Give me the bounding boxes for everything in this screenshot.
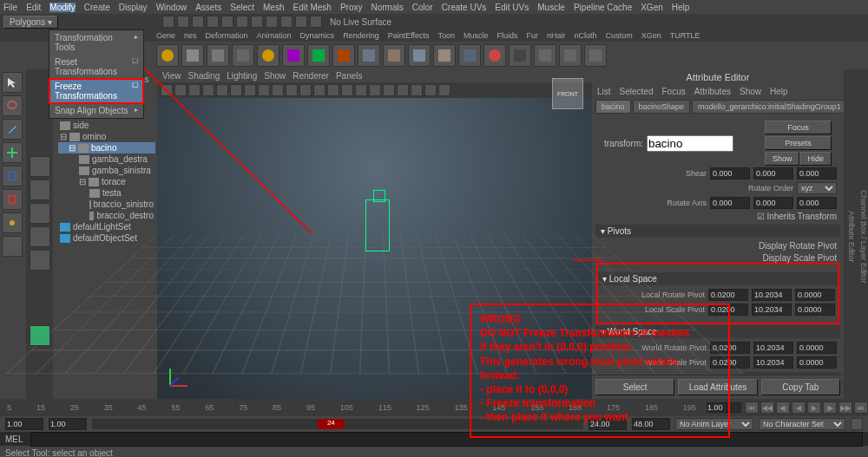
shelf-icon[interactable]: [332, 44, 355, 67]
shelf-tab[interactable]: Muscle: [464, 31, 489, 40]
menu-editmesh[interactable]: Edit Mesh: [293, 3, 331, 12]
menu-xgen[interactable]: XGen: [641, 3, 663, 12]
world-scale-y-field[interactable]: [753, 356, 793, 369]
vp-icon[interactable]: [244, 84, 256, 96]
paint-tool-icon[interactable]: [2, 119, 23, 140]
vp-icon[interactable]: [397, 84, 409, 96]
shelf-icon[interactable]: [207, 44, 229, 67]
shear-y-field[interactable]: [753, 167, 793, 180]
local-scale-z-field[interactable]: [795, 304, 835, 316]
shelf-icon[interactable]: [584, 44, 607, 67]
next-key-icon[interactable]: |▶: [823, 402, 837, 414]
menu-help[interactable]: Help: [672, 3, 690, 12]
ae-menu-attributes[interactable]: Attributes: [694, 87, 731, 96]
rewind-start-icon[interactable]: ⏮: [745, 402, 759, 414]
main-menubar[interactable]: File Edit Modify Create Display Window A…: [0, 0, 868, 14]
range-knob[interactable]: 24: [318, 419, 344, 429]
shelf-icon[interactable]: [307, 44, 330, 67]
mode-dropdown[interactable]: Polygons ▾: [3, 16, 58, 29]
range-end-field[interactable]: [49, 418, 87, 430]
status-icon[interactable]: [162, 16, 174, 28]
shelf-icon[interactable]: [433, 44, 456, 67]
ae-menu-show[interactable]: Show: [740, 87, 761, 96]
shear-z-field[interactable]: [797, 167, 837, 180]
local-rot-x-field[interactable]: [708, 289, 748, 301]
step-forward-icon[interactable]: ▶▶: [838, 402, 852, 414]
status-icon[interactable]: [280, 16, 293, 28]
shelf-icon[interactable]: [282, 44, 305, 67]
local-rot-z-field[interactable]: [795, 289, 835, 301]
menu-pipeline[interactable]: Pipeline Cache: [574, 3, 632, 12]
tree-item-bacino[interactable]: ⊟bacino: [58, 142, 155, 153]
vp-menu-panels[interactable]: Panels: [336, 71, 363, 81]
tree-item-omino[interactable]: ⊟omino: [58, 131, 155, 142]
vp-menu-lighting[interactable]: Lighting: [227, 71, 257, 81]
world-rot-z-field[interactable]: [797, 342, 837, 354]
mesh-character[interactable]: [365, 199, 390, 251]
autokey-icon[interactable]: [851, 418, 863, 430]
vp-menu-view[interactable]: View: [162, 71, 181, 81]
vp-icon[interactable]: [258, 84, 270, 96]
ae-menu-selected[interactable]: Selected: [620, 87, 654, 96]
inherits-transform-checkbox[interactable]: Inherits Transform: [757, 212, 837, 221]
tree-item-default-object-set[interactable]: defaultObjectSet: [58, 232, 155, 244]
shelf-tab[interactable]: nCloth: [575, 31, 597, 40]
shelf-tab[interactable]: Fluids: [497, 31, 518, 40]
shelf-icon[interactable]: [156, 44, 179, 67]
rotate-tool-icon[interactable]: [2, 166, 23, 186]
vp-icon[interactable]: [299, 84, 312, 96]
hide-button[interactable]: Hide: [799, 152, 832, 166]
menu-assets[interactable]: Assets: [195, 3, 221, 12]
shelf-tab[interactable]: Rendering: [343, 31, 379, 40]
display-rotate-pivot-checkbox[interactable]: Display Rotate Pivot: [759, 241, 837, 251]
vp-icon[interactable]: [327, 84, 339, 96]
vp-icon[interactable]: [161, 84, 173, 96]
status-icon[interactable]: [310, 16, 322, 28]
status-icon[interactable]: [192, 16, 204, 28]
lasso-tool-icon[interactable]: [2, 95, 23, 116]
vp-icon[interactable]: [313, 84, 326, 96]
menu-display[interactable]: Display: [119, 3, 148, 12]
character-set-dropdown[interactable]: No Character Set: [759, 418, 845, 430]
layout-outliner-icon[interactable]: [30, 226, 50, 247]
menu-createuvs[interactable]: Create UVs: [442, 3, 487, 12]
layout-persp-icon[interactable]: [30, 203, 50, 224]
shelf-tab[interactable]: Toon: [438, 31, 456, 40]
shelf-tab[interactable]: Custom: [606, 31, 633, 40]
play-back-icon[interactable]: ◀: [792, 402, 806, 414]
status-icon[interactable]: [236, 16, 248, 28]
rotate-axis-z-field[interactable]: [797, 197, 837, 209]
tree-item-testa[interactable]: testa: [58, 187, 155, 199]
local-rot-y-field[interactable]: [752, 289, 792, 301]
tree-item-default-light-set[interactable]: defaultLightSet: [58, 221, 155, 232]
focus-button[interactable]: Focus: [765, 121, 832, 134]
menu-normals[interactable]: Normals: [372, 3, 404, 12]
shelf-tab[interactable]: Deformation: [206, 31, 248, 40]
time-slider[interactable]: 5152535455565758595105115125135145155165…: [0, 399, 868, 416]
vp-icon[interactable]: [216, 84, 228, 96]
ae-menu-help[interactable]: Help: [770, 87, 788, 96]
ae-tab-bacino-shape[interactable]: bacinoShape: [633, 100, 691, 114]
menu-proxy[interactable]: Proxy: [340, 3, 363, 12]
viewport[interactable]: View Shading Lighting Show Renderer Pane…: [157, 69, 592, 399]
shelf-icon[interactable]: [358, 44, 380, 67]
vp-icon[interactable]: [174, 84, 187, 96]
display-scale-pivot-checkbox[interactable]: Display Scale Pivot: [762, 253, 837, 263]
rotate-order-dropdown[interactable]: xyz: [797, 182, 837, 194]
submenu-transformation-tools[interactable]: Transformation Tools: [49, 30, 143, 55]
vp-icon[interactable]: [286, 84, 298, 96]
shelf-icon[interactable]: [408, 44, 431, 67]
shelf-tab[interactable]: PaintEffects: [388, 31, 430, 40]
tree-item-braccio-sinistro[interactable]: braccio_sinistro: [58, 199, 155, 210]
ae-copy-tab-button[interactable]: Copy Tab: [761, 379, 840, 395]
status-icon[interactable]: [207, 16, 219, 28]
play-forward-icon[interactable]: ▶: [807, 402, 821, 414]
ae-menu-focus[interactable]: Focus: [661, 87, 685, 96]
menu-color[interactable]: Color: [412, 3, 433, 12]
status-icon[interactable]: [177, 16, 189, 28]
shelf-tab[interactable]: Dynamics: [300, 31, 335, 40]
shelf-icon[interactable]: [559, 44, 582, 67]
tree-item-gamba-destra[interactable]: gamba_destra: [58, 153, 155, 165]
tree-item-gamba-sinistra[interactable]: gamba_sinistra: [58, 165, 155, 176]
shelf-tab[interactable]: TURTLE: [670, 31, 700, 40]
